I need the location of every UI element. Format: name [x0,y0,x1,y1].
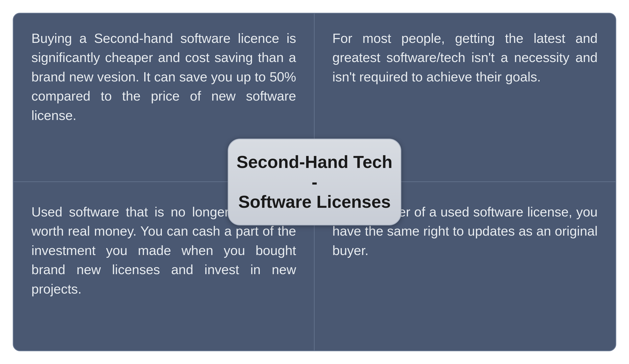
center-badge: Second-Hand Tech - Software Licenses [228,139,401,225]
badge-title-line1: Second-Hand Tech [237,152,393,173]
top-right-text: For most people, getting the latest and … [332,29,598,87]
badge-dash: - [312,173,318,192]
badge-title-line2: Software Licenses [238,191,391,212]
main-container: Buying a Second-hand software licence is… [13,13,616,351]
top-left-text: Buying a Second-hand software licence is… [31,29,296,125]
